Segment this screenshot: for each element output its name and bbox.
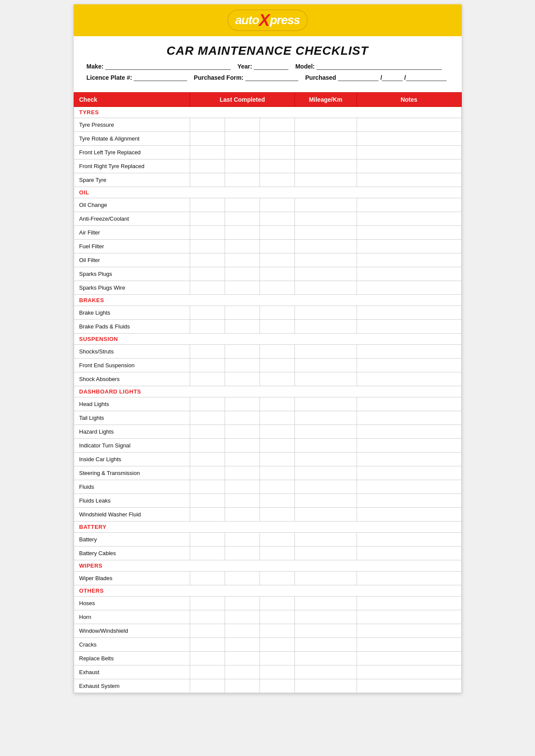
- mileage-cell[interactable]: [294, 281, 357, 295]
- lc-cell-1[interactable]: [190, 638, 225, 652]
- mileage-cell[interactable]: [294, 198, 357, 212]
- lc-cell-2[interactable]: [225, 397, 260, 411]
- lc-cell-2[interactable]: [225, 547, 260, 560]
- lc-cell-3[interactable]: [260, 533, 295, 547]
- notes-cell[interactable]: [357, 173, 461, 187]
- mileage-cell[interactable]: [294, 572, 357, 585]
- lc-cell-3[interactable]: [260, 173, 295, 187]
- mileage-cell[interactable]: [294, 173, 357, 187]
- lc-cell-1[interactable]: [190, 547, 225, 560]
- mileage-cell[interactable]: [294, 226, 357, 240]
- lc-cell-1[interactable]: [190, 508, 225, 522]
- lc-cell-3[interactable]: [260, 652, 295, 665]
- lc-cell-3[interactable]: [260, 359, 295, 372]
- lc-cell-1[interactable]: [190, 345, 225, 359]
- lc-cell-2[interactable]: [225, 253, 260, 267]
- notes-cell[interactable]: [357, 508, 461, 522]
- lc-cell-1[interactable]: [190, 652, 225, 665]
- mileage-cell[interactable]: [294, 397, 357, 411]
- lc-cell-3[interactable]: [260, 638, 295, 652]
- mileage-cell[interactable]: [294, 652, 357, 665]
- lc-cell-3[interactable]: [260, 240, 295, 253]
- notes-cell[interactable]: [357, 665, 461, 679]
- lc-cell-1[interactable]: [190, 425, 225, 439]
- notes-cell[interactable]: [357, 572, 461, 585]
- lc-cell-3[interactable]: [260, 146, 295, 159]
- lc-cell-2[interactable]: [225, 610, 260, 624]
- lc-cell-1[interactable]: [190, 253, 225, 267]
- notes-cell[interactable]: [357, 132, 461, 146]
- lc-cell-3[interactable]: [260, 159, 295, 173]
- notes-cell[interactable]: [357, 212, 461, 226]
- notes-cell[interactable]: [357, 240, 461, 253]
- lc-cell-2[interactable]: [225, 572, 260, 585]
- notes-cell[interactable]: [357, 439, 461, 453]
- lc-cell-2[interactable]: [225, 508, 260, 522]
- mileage-cell[interactable]: [294, 411, 357, 425]
- notes-cell[interactable]: [357, 226, 461, 240]
- lc-cell-3[interactable]: [260, 547, 295, 560]
- mileage-cell[interactable]: [294, 267, 357, 281]
- notes-cell[interactable]: [357, 466, 461, 480]
- mileage-cell[interactable]: [294, 679, 357, 693]
- mileage-cell[interactable]: [294, 638, 357, 652]
- lc-cell-2[interactable]: [225, 411, 260, 425]
- mileage-cell[interactable]: [294, 345, 357, 359]
- mileage-cell[interactable]: [294, 453, 357, 466]
- lc-cell-3[interactable]: [260, 118, 295, 132]
- lc-cell-2[interactable]: [225, 624, 260, 638]
- lc-cell-3[interactable]: [260, 306, 295, 320]
- lc-cell-2[interactable]: [225, 320, 260, 334]
- lc-cell-1[interactable]: [190, 597, 225, 610]
- lc-cell-1[interactable]: [190, 267, 225, 281]
- lc-cell-1[interactable]: [190, 118, 225, 132]
- notes-cell[interactable]: [357, 397, 461, 411]
- lc-cell-1[interactable]: [190, 359, 225, 372]
- mileage-cell[interactable]: [294, 159, 357, 173]
- lc-cell-2[interactable]: [225, 281, 260, 295]
- mileage-cell[interactable]: [294, 547, 357, 560]
- notes-cell[interactable]: [357, 679, 461, 693]
- lc-cell-2[interactable]: [225, 453, 260, 466]
- purchased-date1[interactable]: [338, 73, 379, 81]
- notes-cell[interactable]: [357, 253, 461, 267]
- notes-cell[interactable]: [357, 494, 461, 508]
- lc-cell-2[interactable]: [225, 652, 260, 665]
- lc-cell-1[interactable]: [190, 198, 225, 212]
- notes-cell[interactable]: [357, 425, 461, 439]
- lc-cell-1[interactable]: [190, 453, 225, 466]
- mileage-cell[interactable]: [294, 480, 357, 494]
- mileage-cell[interactable]: [294, 425, 357, 439]
- lc-cell-3[interactable]: [260, 411, 295, 425]
- notes-cell[interactable]: [357, 652, 461, 665]
- lc-cell-3[interactable]: [260, 679, 295, 693]
- lc-cell-3[interactable]: [260, 397, 295, 411]
- lc-cell-3[interactable]: [260, 572, 295, 585]
- lc-cell-3[interactable]: [260, 480, 295, 494]
- lc-cell-2[interactable]: [225, 198, 260, 212]
- lc-cell-2[interactable]: [225, 679, 260, 693]
- notes-cell[interactable]: [357, 345, 461, 359]
- mileage-cell[interactable]: [294, 212, 357, 226]
- lc-cell-3[interactable]: [260, 345, 295, 359]
- notes-cell[interactable]: [357, 281, 461, 295]
- notes-cell[interactable]: [357, 320, 461, 334]
- notes-cell[interactable]: [357, 638, 461, 652]
- lc-cell-2[interactable]: [225, 267, 260, 281]
- mileage-cell[interactable]: [294, 146, 357, 159]
- year-input[interactable]: [254, 62, 288, 70]
- mileage-cell[interactable]: [294, 494, 357, 508]
- notes-cell[interactable]: [357, 624, 461, 638]
- mileage-cell[interactable]: [294, 624, 357, 638]
- mileage-cell[interactable]: [294, 132, 357, 146]
- notes-cell[interactable]: [357, 159, 461, 173]
- lc-cell-1[interactable]: [190, 132, 225, 146]
- mileage-cell[interactable]: [294, 253, 357, 267]
- mileage-cell[interactable]: [294, 508, 357, 522]
- lc-cell-1[interactable]: [190, 610, 225, 624]
- lc-cell-2[interactable]: [225, 425, 260, 439]
- lc-cell-2[interactable]: [225, 359, 260, 372]
- lc-cell-3[interactable]: [260, 597, 295, 610]
- lc-cell-3[interactable]: [260, 198, 295, 212]
- notes-cell[interactable]: [357, 267, 461, 281]
